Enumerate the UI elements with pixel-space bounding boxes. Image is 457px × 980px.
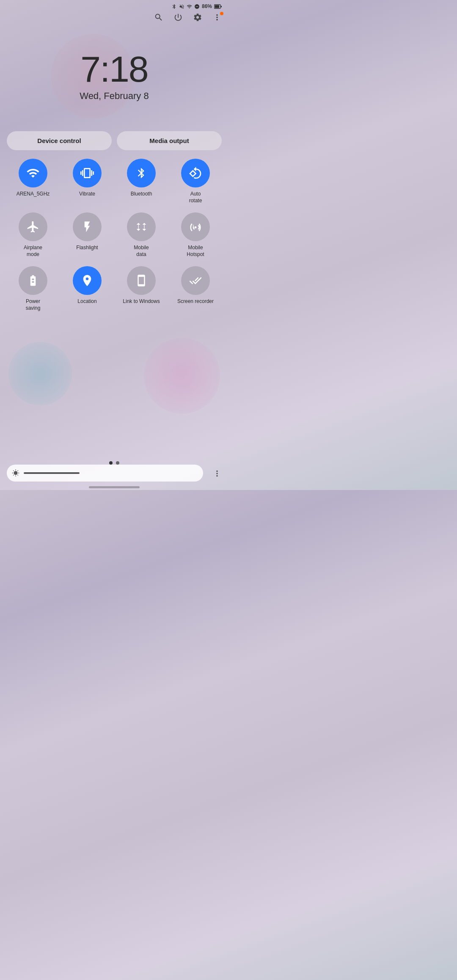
mute-status-icon — [179, 4, 184, 9]
vibrate-tile-icon — [73, 159, 102, 187]
status-bar: 86% — [0, 0, 228, 11]
airplane-tile-icon — [19, 212, 47, 241]
vibrate-tile[interactable]: Vibrate — [61, 159, 113, 204]
dnd-status-icon — [194, 4, 200, 9]
mobiledata-tile-label: Mobile data — [134, 245, 149, 258]
hotspot-tile-icon — [181, 212, 210, 241]
mobiledata-tile-icon — [127, 212, 156, 241]
airplane-tile-label: Airplane mode — [24, 245, 42, 258]
clock-area: 7:18 Wed, February 8 — [0, 25, 228, 110]
page-dot-2 — [116, 461, 119, 465]
settings-button[interactable] — [193, 13, 202, 22]
brightness-icon — [12, 469, 19, 477]
location-tile[interactable]: Location — [61, 266, 113, 311]
powersaving-tile[interactable]: Power saving — [7, 266, 59, 311]
linkwindows-tile-icon — [127, 266, 156, 295]
svg-rect-2 — [220, 6, 222, 7]
flashlight-tile-label: Flashlight — [76, 245, 98, 251]
vibrate-tile-label: Vibrate — [79, 191, 95, 198]
more-button[interactable] — [212, 13, 222, 22]
clock-time: 7:18 — [0, 51, 228, 87]
powersaving-tile-label: Power saving — [26, 298, 41, 311]
powersaving-tile-icon — [19, 266, 47, 295]
quick-actions-bar — [0, 11, 228, 25]
hotspot-tile-label: Mobile Hotspot — [187, 245, 204, 258]
more-options-button[interactable] — [212, 469, 222, 478]
panel-buttons: Device control Media output — [7, 131, 222, 150]
bluetooth-status-icon — [171, 4, 177, 9]
search-button[interactable] — [154, 13, 163, 22]
quick-tiles-grid: ARENA_5GHz Vibrate Bluetooth — [7, 159, 222, 312]
battery-icon — [214, 4, 222, 9]
mobiledata-tile[interactable]: Mobile data — [115, 212, 168, 258]
wifi-sync-status-icon — [187, 4, 192, 9]
location-tile-icon — [73, 266, 102, 295]
page-dots — [109, 461, 119, 465]
screenrecorder-tile-icon — [181, 266, 210, 295]
brightness-fill — [24, 472, 80, 474]
autorotate-tile-label: Auto rotate — [189, 191, 202, 204]
screenrecorder-tile[interactable]: Screen recorder — [169, 266, 222, 311]
bluetooth-tile-icon — [127, 159, 156, 187]
bluetooth-tile-label: Bluetooth — [131, 191, 152, 198]
wifi-tile-icon — [19, 159, 47, 187]
clock-date: Wed, February 8 — [0, 91, 228, 102]
autorotate-tile[interactable]: Auto rotate — [169, 159, 222, 204]
hotspot-tile[interactable]: Mobile Hotspot — [169, 212, 222, 258]
linkwindows-tile[interactable]: Link to Windows — [115, 266, 168, 311]
nav-bar — [89, 486, 140, 488]
location-tile-label: Location — [77, 298, 96, 305]
page-dot-1 — [109, 461, 113, 465]
wifi-tile-label: ARENA_5GHz — [17, 191, 50, 198]
status-icons: 86% — [171, 3, 222, 9]
notification-dot — [220, 12, 223, 15]
wifi-tile[interactable]: ARENA_5GHz — [7, 159, 59, 204]
screenrecorder-tile-label: Screen recorder — [177, 298, 214, 305]
flashlight-tile[interactable]: Flashlight — [61, 212, 113, 258]
bluetooth-tile[interactable]: Bluetooth — [115, 159, 168, 204]
flashlight-tile-icon — [73, 212, 102, 241]
airplane-tile[interactable]: Airplane mode — [7, 212, 59, 258]
autorotate-tile-icon — [181, 159, 210, 187]
device-control-button[interactable]: Device control — [7, 131, 112, 150]
svg-rect-1 — [215, 5, 219, 8]
brightness-bar[interactable] — [7, 465, 203, 482]
control-panel: Device control Media output ARENA_5GHz V… — [7, 131, 222, 312]
battery-percent: 86% — [202, 3, 212, 9]
bottom-area — [0, 461, 228, 465]
media-output-button[interactable]: Media output — [117, 131, 222, 150]
linkwindows-tile-label: Link to Windows — [123, 298, 160, 305]
power-button[interactable] — [173, 13, 183, 22]
